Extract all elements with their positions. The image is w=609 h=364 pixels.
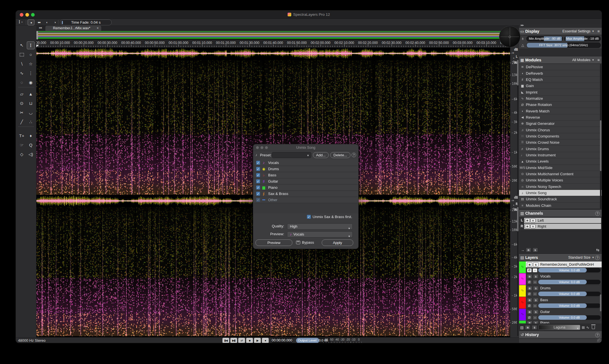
- blend-mode-dropdown[interactable]: Laguna▼: [539, 325, 580, 330]
- unmix-first-checkbox[interactable]: ✓: [307, 215, 311, 219]
- layer-fade-button[interactable]: ∩: [533, 316, 537, 320]
- dotted-line-tool[interactable]: ⋮: [27, 69, 35, 77]
- dialog-zoom-button[interactable]: [265, 146, 268, 149]
- module-item-imprint[interactable]: ◣Imprint: [519, 89, 602, 95]
- stem-row-piano[interactable]: ✓▆Piano: [254, 185, 358, 191]
- layer-row-piano[interactable]: ∿msPianoØ∩Volume: 0.0 dB: [519, 321, 602, 323]
- layer-solo-button[interactable]: s: [533, 321, 539, 323]
- preview-dropdown[interactable]: ♪Vocals▼: [287, 231, 353, 238]
- display-preset-dropdown[interactable]: Essential Settings▼: [562, 28, 594, 35]
- layer-volume-slider[interactable]: Volume: 0.0 dB: [538, 303, 601, 308]
- max-amplitude-slider[interactable]: Max Amplitude: -18 dB: [564, 36, 601, 41]
- layer-mute-button[interactable]: m: [527, 310, 532, 314]
- stop-button[interactable]: ■: [246, 338, 253, 343]
- preset-dropdown[interactable]: ▼: [272, 152, 311, 158]
- stem-row-guitar[interactable]: ✓♯Guitar: [254, 178, 358, 185]
- new-group-button[interactable]: ⊞: [582, 325, 585, 330]
- layer-mute-button[interactable]: m: [527, 298, 532, 302]
- stem-row-vocals[interactable]: ✓♪Vocals: [254, 160, 358, 166]
- channel-row-left[interactable]: LmsLeft: [520, 218, 601, 223]
- module-item-modules-chain[interactable]: ≡Modules Chain: [519, 203, 602, 209]
- layer-fade-button[interactable]: ∩: [533, 280, 537, 284]
- collapse-tabs-icon[interactable]: ◀◀: [39, 26, 41, 29]
- layer-mute-button[interactable]: m: [527, 286, 532, 290]
- close-tab-button[interactable]: ×: [97, 26, 99, 31]
- layer-mute-button[interactable]: m: [527, 262, 532, 267]
- freehand-selection-tool[interactable]: ∿: [18, 69, 26, 77]
- layer-solo-button[interactable]: s: [533, 298, 539, 302]
- layer-fade-button[interactable]: ∩: [533, 292, 537, 296]
- layer-volume-slider[interactable]: Volume: 0.0 dB: [538, 292, 601, 296]
- layer-fade-button[interactable]: ∩: [533, 304, 537, 308]
- selection-mode-replace[interactable]: ●: [28, 19, 34, 25]
- module-item-unmix-instrument[interactable]: ♩Unmix Instrument: [519, 152, 602, 158]
- collapse-panel-icon[interactable]: ▶▶: [521, 24, 524, 26]
- scrollbar-thumb[interactable]: [517, 60, 518, 85]
- shuffle-icon[interactable]: ⇆: [596, 248, 599, 252]
- help-icon[interactable]: ?: [595, 333, 600, 337]
- amplify-tool[interactable]: ▲: [27, 90, 35, 98]
- selection-mode-intersect[interactable]: ◑: [51, 19, 58, 25]
- channel-row-right[interactable]: RmsRight: [520, 224, 601, 229]
- layers-mute-button[interactable]: m: [525, 325, 530, 330]
- master-mute-button[interactable]: m: [526, 248, 531, 252]
- fft-size-slider[interactable]: FFT Size: 3072 smp (64ms/16Hz): [526, 43, 601, 48]
- stem-checkbox[interactable]: ✓: [256, 192, 260, 196]
- record-button[interactable]: ●: [262, 338, 269, 343]
- panel-resize-grip[interactable]: [597, 338, 601, 342]
- time-ruler[interactable]: 00:00:00.00000:00:10.00000:00:20.00000:0…: [36, 40, 510, 47]
- zoom-tool[interactable]: Q: [27, 141, 35, 149]
- layer-row-guitar[interactable]: ∿msGuitarØ∩Volume: 0.0 dB: [519, 309, 602, 320]
- stem-row-drums[interactable]: ✓◉Drums: [254, 166, 358, 172]
- text-tool[interactable]: T+: [18, 132, 26, 140]
- layer-row-vocals[interactable]: ∿msVocalsØ∩Volume: 0.0 dB: [519, 273, 602, 285]
- module-item-eq-match[interactable]: ♯EQ Match: [519, 77, 602, 83]
- stem-row-other[interactable]: ✓•••Other: [254, 197, 358, 203]
- layer-solo-button[interactable]: s: [533, 310, 539, 314]
- layer-phase-button[interactable]: Ø: [527, 280, 532, 284]
- 3d-view-tool[interactable]: ◇: [18, 150, 26, 158]
- skip-to-end-button[interactable]: ▶▮: [230, 338, 237, 343]
- apply-button[interactable]: Apply: [322, 239, 353, 246]
- lasso-selection-tool[interactable]: ○: [27, 51, 35, 59]
- cursor-mode-button[interactable]: I ▾: [19, 20, 23, 24]
- module-item-unmix-multichannel-content[interactable]: ⊙Unmix Multichannel Content: [519, 171, 602, 177]
- new-layer-button[interactable]: ∿: [586, 325, 589, 330]
- transfer-tool[interactable]: ✂: [18, 109, 26, 117]
- time-selection-tool[interactable]: I: [27, 41, 35, 49]
- modules-scrollbar-thumb[interactable]: [600, 120, 601, 171]
- layer-phase-button[interactable]: Ø: [527, 292, 532, 296]
- delete-layer-button[interactable]: [592, 326, 595, 329]
- module-item-unmix-multiple-voices[interactable]: ◎Unmix Multiple Voices: [519, 177, 602, 183]
- layer-mute-button[interactable]: m: [527, 274, 532, 279]
- layer-phase-button[interactable]: Ø: [527, 316, 532, 320]
- channel-solo-button[interactable]: s: [531, 224, 535, 228]
- overview-strip[interactable]: [36, 31, 510, 40]
- module-item-unmix-noisy-speech[interactable]: ☼Unmix Noisy Speech: [519, 184, 602, 190]
- module-item-dereverb[interactable]: ◖DeReverb: [519, 70, 602, 76]
- stamp-tool[interactable]: ⊔: [27, 99, 35, 107]
- spray-tool[interactable]: ∴: [27, 118, 35, 126]
- rectangular-selection-tool[interactable]: [18, 51, 26, 59]
- help-icon[interactable]: ?: [595, 211, 600, 216]
- document-tab[interactable]: RememberJ...rMix.wav*×: [45, 26, 101, 31]
- layer-volume-slider[interactable]: Volume: 0.0 dB: [538, 280, 601, 284]
- scrollbar-thumb[interactable]: [517, 207, 518, 231]
- module-item-deplosive[interactable]: ≋DePlosive: [519, 64, 602, 70]
- module-item-gain[interactable]: ▆Gain: [519, 83, 602, 89]
- channel-mute-button[interactable]: m: [525, 218, 530, 223]
- hand-tool[interactable]: ☞: [18, 141, 26, 149]
- stem-row-sax-brass[interactable]: ✓∮Sax & Brass: [254, 191, 358, 197]
- help-icon[interactable]: ?: [595, 256, 600, 260]
- stem-row-bass[interactable]: ✓♭Bass: [254, 172, 358, 178]
- layer-volume-slider[interactable]: Volume: 0.0 dB: [538, 268, 601, 272]
- zoom-up-arrow[interactable]: ▲: [513, 204, 515, 206]
- module-item-unmix-drums[interactable]: ♬Unmix Drums: [519, 146, 602, 152]
- module-item-unmix-soundtrack[interactable]: ▤Unmix Soundtrack: [519, 196, 602, 202]
- stem-checkbox[interactable]: ✓: [256, 173, 260, 177]
- selection-mode-subtract[interactable]: ◐: [43, 19, 50, 25]
- module-item-unmix-components[interactable]: ∷Unmix Components: [519, 133, 602, 139]
- layer-phase-button[interactable]: Ø: [527, 268, 532, 272]
- module-item-unmix-levels[interactable]: ▲Unmix Levels: [519, 158, 602, 165]
- modules-menu-icon[interactable]: ≡: [597, 57, 600, 63]
